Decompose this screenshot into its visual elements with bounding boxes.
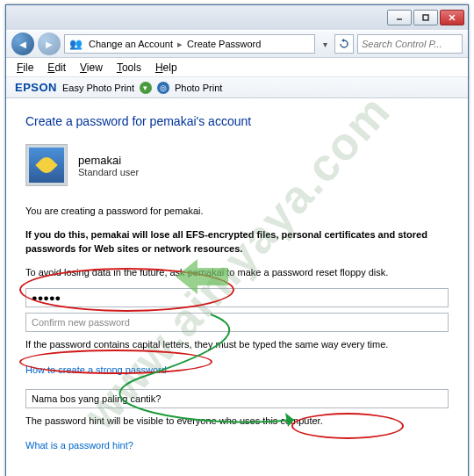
strong-password-link[interactable]: How to create a strong password [25, 364, 167, 375]
breadcrumb-item[interactable]: Change an Account [89, 39, 173, 49]
dropdown-icon[interactable]: ▾ [319, 40, 331, 49]
address-bar[interactable]: 👥 Change an Account ▸ Create Password [64, 34, 315, 54]
titlebar [6, 5, 468, 30]
avatar [25, 144, 68, 186]
menu-file[interactable]: File [17, 61, 33, 74]
refresh-button[interactable] [334, 34, 354, 54]
menu-bar: File Edit View Tools Help [6, 58, 468, 77]
leaf-icon [35, 154, 57, 176]
user-name: pemakai [78, 154, 139, 167]
forward-button[interactable]: ► [38, 32, 61, 55]
user-type: Standard user [78, 167, 139, 177]
svg-rect-1 [423, 15, 428, 20]
search-input[interactable] [357, 34, 463, 54]
new-password-input[interactable] [25, 288, 449, 307]
nav-bar: ◄ ► 👥 Change an Account ▸ Create Passwor… [6, 30, 468, 58]
info-text: To avoid losing data in the future, ask … [25, 265, 449, 280]
minimize-button[interactable] [387, 10, 412, 25]
back-button[interactable]: ◄ [11, 32, 34, 55]
photo-print-label[interactable]: Photo Print [175, 83, 222, 93]
info-text: You are creating a password for pemakai. [25, 204, 449, 219]
menu-tools[interactable]: Tools [117, 61, 141, 74]
breadcrumb-item[interactable]: Create Password [187, 39, 261, 49]
epson-toolbar: EPSON Easy Photo Print ▾ ◎ Photo Print [6, 77, 468, 98]
easy-photo-print-label[interactable]: Easy Photo Print [62, 83, 134, 93]
password-hint-link[interactable]: What is a password hint? [25, 440, 133, 451]
chevron-right-icon: ▸ [177, 39, 183, 50]
user-info: pemakai Standard user [25, 144, 449, 186]
menu-help[interactable]: Help [155, 61, 177, 74]
page-title: Create a password for pemakai's account [25, 114, 449, 128]
hint-note: The password hint will be visible to eve… [25, 414, 449, 429]
main-content: Create a password for pemakai's account … [6, 98, 468, 476]
dropdown-icon[interactable]: ▾ [140, 82, 152, 94]
close-button[interactable] [440, 10, 464, 25]
confirm-password-input[interactable] [25, 313, 449, 332]
photo-print-icon: ◎ [157, 82, 169, 94]
epson-logo: EPSON [15, 81, 57, 94]
window-frame: ◄ ► 👥 Change an Account ▸ Create Passwor… [5, 4, 469, 476]
maximize-button[interactable] [413, 10, 438, 25]
warning-text: If you do this, pemakai will lose all EF… [25, 227, 449, 256]
caps-note: If the password contains capital letters… [25, 337, 449, 352]
user-accounts-icon: 👥 [68, 37, 83, 51]
menu-edit[interactable]: Edit [47, 61, 66, 74]
password-hint-input[interactable] [25, 389, 449, 408]
menu-view[interactable]: View [80, 61, 103, 74]
